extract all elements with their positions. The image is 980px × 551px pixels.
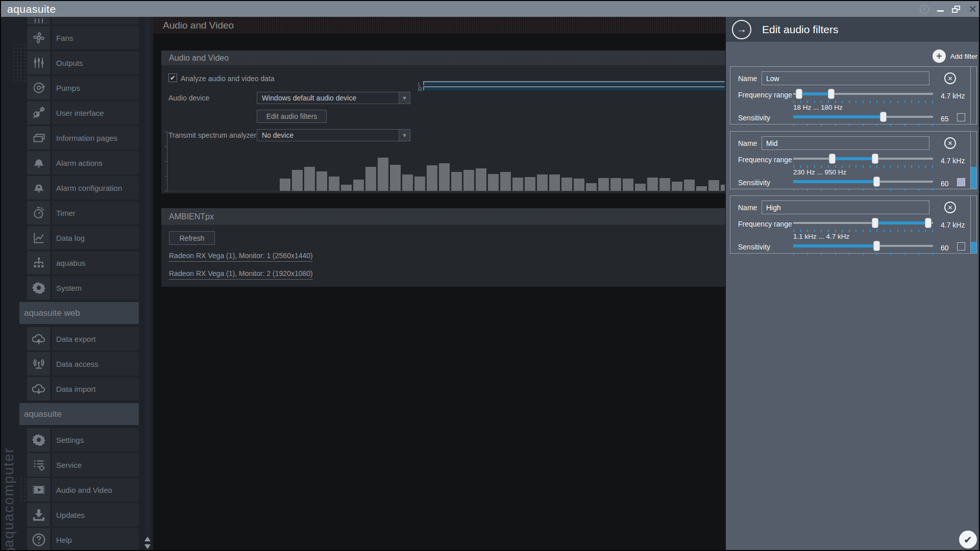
- monitor-link-2[interactable]: Radeon RX Vega (1), Monitor: 2 (1920x108…: [169, 269, 313, 280]
- axis-tick: [164, 176, 167, 177]
- sidebar-item-partial[interactable]: [1, 17, 144, 24]
- filter-checkbox[interactable]: [957, 178, 965, 186]
- range-handle-low[interactable]: [829, 154, 836, 164]
- filter-name-input[interactable]: High: [762, 201, 929, 214]
- sensitivity-handle[interactable]: [873, 241, 880, 251]
- sidebar-item-audio-and-video[interactable]: Audio and Video: [1, 478, 144, 502]
- check-circle-icon[interactable]: ✔: [959, 531, 977, 548]
- spectrum-bar: [708, 180, 719, 191]
- close-circle-icon[interactable]: ✕: [944, 72, 956, 84]
- sensitivity-handle[interactable]: [873, 177, 880, 187]
- add-filter-label: Add filter: [950, 53, 977, 60]
- sidebar-item-label: aquabus: [52, 251, 139, 274]
- edit-audio-filters-button[interactable]: Edit audio filters: [257, 110, 327, 123]
- frequency-range-slider[interactable]: [793, 154, 933, 164]
- sidebar-item-label: Pumps: [52, 76, 139, 99]
- refresh-button[interactable]: Refresh: [169, 231, 215, 245]
- selected-range: [832, 157, 875, 160]
- user-interface-icon: [27, 101, 50, 124]
- spectrum-bar: [696, 186, 707, 191]
- sidebar-item-alarm-configuration[interactable]: Alarm configuration: [1, 176, 144, 199]
- spectrum-bar: [316, 171, 327, 191]
- sidebar-item-pumps[interactable]: Pumps: [1, 76, 144, 99]
- spectrum-bar: [525, 177, 535, 191]
- filter-checkbox[interactable]: [957, 242, 965, 251]
- partial-icon: [27, 17, 50, 24]
- download-icon: [27, 503, 50, 527]
- spectrum-bar: [390, 165, 401, 191]
- sidebar-item-fans[interactable]: Fans: [1, 26, 144, 49]
- sidebar-item-service[interactable]: Service: [1, 453, 144, 477]
- aquacomputer-logo: [2, 546, 20, 551]
- spectrum-bar: [549, 174, 560, 191]
- scroll-up-icon[interactable]: [144, 537, 151, 541]
- sidebar-item-settings[interactable]: Settings: [1, 428, 144, 452]
- sidebar-item-help[interactable]: Help: [1, 528, 144, 551]
- sidebar-item-outputs[interactable]: Outputs: [1, 51, 144, 74]
- range-handle-low[interactable]: [796, 89, 802, 99]
- aquabus-icon: [27, 251, 50, 274]
- range-handle-high[interactable]: [828, 89, 835, 99]
- sidebar-item-user-interface[interactable]: User interface: [1, 101, 144, 124]
- sensitivity-slider[interactable]: [793, 112, 933, 122]
- spectrum-bar: [500, 172, 511, 191]
- spectrum-bar: [672, 182, 682, 191]
- audio-video-group-header: Audio and Video: [161, 51, 725, 65]
- add-filter-button[interactable]: + Add filter: [933, 48, 977, 64]
- fan-icon: [27, 26, 50, 49]
- frequency-range-slider[interactable]: [793, 218, 933, 228]
- range-handle-high[interactable]: [925, 218, 932, 228]
- axis-tick: [164, 132, 167, 132]
- filter-level-meter: [970, 132, 976, 189]
- minimize-icon[interactable]: [937, 10, 944, 12]
- close-icon[interactable]: ✕: [968, 4, 977, 14]
- sidebar-item-updates[interactable]: Updates: [1, 503, 144, 527]
- arrow-right-circle-icon[interactable]: →: [732, 20, 751, 39]
- filter-name-input[interactable]: Mid: [762, 136, 929, 150]
- sidebar-item-timer[interactable]: Timer: [1, 201, 144, 224]
- sensitivity-slider[interactable]: [793, 177, 933, 187]
- scroll-down-icon[interactable]: [144, 544, 151, 549]
- frequency-ticks: [793, 165, 933, 168]
- bell-icon: [27, 151, 50, 174]
- panel-scrollbar[interactable]: [978, 42, 980, 551]
- info-icon[interactable]: i: [920, 5, 929, 14]
- range-handle-high[interactable]: [872, 154, 878, 164]
- sensitivity-handle[interactable]: [880, 112, 887, 122]
- name-label: Name: [738, 139, 757, 147]
- sidebar-item-information-pages[interactable]: Information pages: [1, 126, 144, 149]
- frequency-max-label: 4.7 kHz: [941, 92, 965, 100]
- sidebar-scrollbar[interactable]: [145, 17, 150, 551]
- analyze-checkbox[interactable]: ✔: [168, 73, 177, 82]
- spectrum-bar: [659, 178, 670, 191]
- close-circle-icon[interactable]: ✕: [944, 137, 956, 149]
- service-icon: [27, 453, 50, 477]
- sidebar-item-label: Data export: [52, 327, 139, 350]
- range-handle-low[interactable]: [872, 218, 878, 228]
- frequency-range-slider[interactable]: [793, 89, 933, 99]
- panel-header: → Edit audio filters: [726, 17, 980, 42]
- main-content: Audio and Video Audio and Video ✔ Analyz…: [153, 17, 726, 551]
- sidebar-item-data-export[interactable]: Data export: [1, 327, 144, 350]
- page-title: Audio and Video: [163, 20, 234, 31]
- sidebar: Fans Outputs Pumps User interface Inform…: [1, 17, 153, 551]
- restore-icon[interactable]: [952, 6, 960, 13]
- filter-card-mid: Name Mid ✕ Frequency range 4.7 kHz 230 H…: [730, 131, 977, 189]
- filter-checkbox[interactable]: [957, 113, 965, 121]
- close-circle-icon[interactable]: ✕: [944, 202, 956, 213]
- sidebar-item-alarm-actions[interactable]: Alarm actions: [1, 151, 144, 174]
- sidebar-item-aquabus[interactable]: aquabus: [1, 251, 144, 274]
- audio-device-dropdown[interactable]: Windows default audio device ▼: [257, 92, 410, 104]
- sensitivity-slider[interactable]: [793, 241, 933, 251]
- filter-name-input[interactable]: Low: [762, 71, 929, 85]
- aquasuite-window: aquasuite i ✕ Fans Outputs Pumps User in…: [0, 0, 980, 551]
- sidebar-item-system[interactable]: System: [1, 276, 144, 299]
- ambientpx-group: AMBIENTpx Refresh Radeon RX Vega (1), Mo…: [161, 208, 725, 287]
- sidebar-item-data-import[interactable]: Data import: [1, 377, 144, 400]
- monitor-link-1[interactable]: Radeon RX Vega (1), Monitor: 1 (2560x144…: [169, 252, 313, 262]
- sidebar-item-label: Data log: [52, 226, 139, 249]
- spectrum-bar: [402, 174, 413, 191]
- sidebar-item-label: System: [52, 276, 139, 299]
- sidebar-item-data-access[interactable]: Data access: [1, 352, 144, 375]
- sidebar-item-data-log[interactable]: Data log: [1, 226, 144, 249]
